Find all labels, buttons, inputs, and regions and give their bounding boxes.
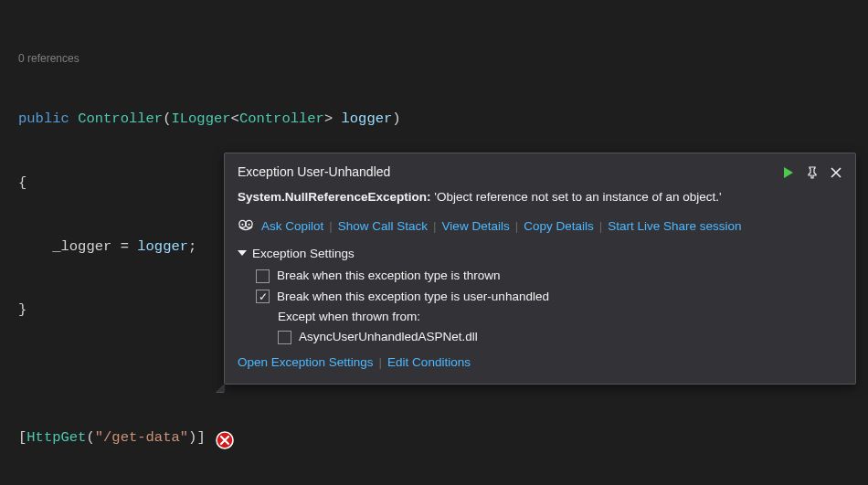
close-icon[interactable] <box>830 166 842 179</box>
svg-point-3 <box>241 224 243 226</box>
popup-title: Exception User-Unhandled <box>238 163 782 182</box>
break-when-thrown-checkbox[interactable] <box>256 269 270 283</box>
continue-icon[interactable] <box>782 166 795 179</box>
checkbox-label: Break when this exception type is user-u… <box>277 288 549 306</box>
codelens-references[interactable]: 0 references <box>18 50 868 67</box>
exception-message: System.NullReferenceException: 'Object r… <box>238 189 842 206</box>
code-line: public Controller(ILogger<Controller> lo… <box>18 109 868 130</box>
copy-details-link[interactable]: Copy Details <box>524 217 594 236</box>
svg-point-4 <box>248 224 249 226</box>
pin-icon[interactable] <box>806 166 819 179</box>
except-label: Except when thrown from: <box>278 308 842 326</box>
except-dll-checkbox[interactable] <box>278 331 291 344</box>
copilot-icon <box>238 219 254 234</box>
show-call-stack-link[interactable]: Show Call Stack <box>338 217 428 236</box>
view-details-link[interactable]: View Details <box>442 217 510 236</box>
checkbox-label: Break when this exception type is thrown <box>277 267 501 285</box>
start-live-share-link[interactable]: Start Live Share session <box>608 217 741 236</box>
exception-popup: Exception User-Unhandled System.NullRefe… <box>224 153 856 385</box>
edit-conditions-link[interactable]: Edit Conditions <box>387 353 471 372</box>
break-when-user-unhandled-checkbox[interactable] <box>256 290 270 303</box>
ask-copilot-link[interactable]: Ask Copilot <box>261 217 323 236</box>
error-icon <box>216 431 234 449</box>
open-exception-settings-link[interactable]: Open Exception Settings <box>238 353 374 372</box>
expand-icon <box>238 250 247 256</box>
code-line: [HttpGet("/get-data")] <box>18 427 868 448</box>
exception-settings-toggle[interactable]: Exception Settings <box>238 245 842 263</box>
except-dll-label: AsyncUserUnhandledASPNet.dll <box>299 328 478 346</box>
